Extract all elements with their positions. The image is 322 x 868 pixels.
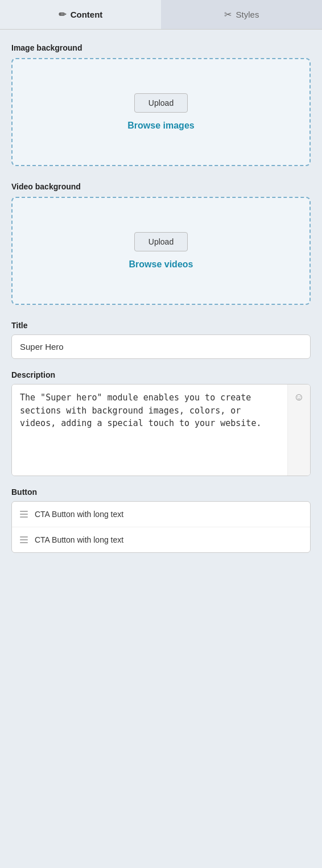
title-input[interactable]: [11, 334, 311, 359]
button-list-item[interactable]: CTA Button with long text: [12, 502, 310, 527]
title-field-group: Title: [11, 321, 311, 359]
tab-content[interactable]: Content: [0, 0, 161, 29]
tab-styles[interactable]: Styles: [161, 0, 322, 29]
title-label: Title: [11, 321, 311, 330]
button-item-label-2: CTA Button with long text: [35, 535, 123, 544]
emoji-button[interactable]: ☺: [287, 385, 310, 476]
video-background-section: Video background Upload Browse videos: [11, 182, 311, 305]
tab-styles-label: Styles: [236, 10, 259, 19]
button-section-label: Button: [11, 487, 311, 497]
tab-content-label: Content: [71, 10, 103, 19]
browse-videos-link[interactable]: Browse videos: [129, 259, 193, 270]
description-label: Description: [11, 370, 311, 379]
browse-images-link[interactable]: Browse images: [127, 121, 194, 131]
tab-bar: Content Styles: [0, 0, 322, 30]
button-list: CTA Button with long text CTA Button wit…: [11, 501, 311, 553]
drag-handle-2[interactable]: [20, 536, 28, 543]
image-background-label: Image background: [11, 43, 311, 52]
description-textarea[interactable]: The "Super hero" module enables you to c…: [12, 385, 287, 476]
content-area: Image background Upload Browse images Vi…: [0, 30, 322, 567]
description-field-group: Description The "Super hero" module enab…: [11, 370, 311, 476]
description-textarea-wrapper: The "Super hero" module enables you to c…: [11, 384, 311, 476]
button-item-label-1: CTA Button with long text: [35, 510, 123, 519]
video-dropzone[interactable]: Upload Browse videos: [11, 197, 311, 305]
video-background-label: Video background: [11, 182, 311, 191]
emoji-icon: ☺: [294, 391, 304, 403]
scissors-icon: [224, 9, 232, 20]
video-upload-button[interactable]: Upload: [134, 232, 188, 251]
pencil-icon: [59, 9, 66, 20]
image-background-section: Image background Upload Browse images: [11, 43, 311, 166]
button-list-item-2[interactable]: CTA Button with long text: [12, 527, 310, 552]
drag-handle-1[interactable]: [20, 511, 28, 518]
button-section: Button CTA Button with long text CTA But…: [11, 487, 311, 553]
image-dropzone[interactable]: Upload Browse images: [11, 58, 311, 166]
image-upload-button[interactable]: Upload: [134, 93, 188, 113]
